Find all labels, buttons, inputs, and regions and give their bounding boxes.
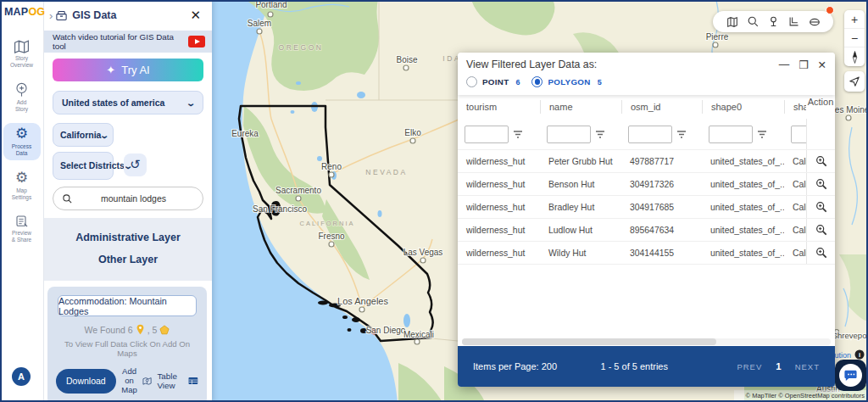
cell-name: Benson Hut (540, 180, 621, 189)
info-icon-glyph: i (859, 351, 860, 359)
cell-shape1: California (784, 248, 806, 258)
map-label-boise: Boise (396, 55, 417, 64)
zoom-to-feature-icon[interactable] (815, 154, 828, 168)
map-label-san-francisco: San Francisco (253, 204, 307, 214)
filter-input-name[interactable] (547, 126, 591, 143)
cell-shape0: united_states_of_... (702, 157, 784, 166)
maximize-icon[interactable]: ❒ (798, 59, 808, 71)
next-page-button[interactable]: NEXT (795, 362, 820, 371)
modal-window-controls: — ❒ ✕ (779, 59, 826, 71)
layer-search-input[interactable] (73, 193, 194, 204)
sidebar-label: Preview& Share (3, 230, 41, 244)
chevron-down-icon: ⌄ (100, 131, 110, 140)
try-ai-button[interactable]: ✦ Try AI (53, 59, 203, 81)
table-view-icon[interactable] (188, 375, 198, 387)
close-icon[interactable]: ✕ (818, 59, 826, 71)
cell-shape0: united_states_of_... (702, 180, 784, 189)
radio-point-label[interactable]: POINT (482, 77, 509, 87)
filter-icon[interactable] (757, 131, 767, 138)
tab-other-layer[interactable]: Other Layer (44, 248, 212, 271)
cell-tourism: wilderness_hut (458, 248, 540, 258)
sidebar-label: StoryOverview (3, 55, 41, 70)
tutorial-banner[interactable]: Watch video tutorial for GIS Data tool (44, 31, 212, 53)
state-dropdown[interactable]: California ⌄ (53, 123, 114, 147)
add-on-map-button[interactable]: Add onMap (121, 367, 138, 395)
filter-input-osm-id[interactable] (628, 126, 672, 143)
app-logo: MAPOG (0, 0, 43, 23)
attribution-link-partial[interactable]: ution (834, 351, 851, 360)
filter-input-shape1[interactable] (791, 126, 806, 143)
tab-administrative-layer[interactable]: Administrative Layer (44, 226, 212, 248)
table-row[interactable]: wilderness_hut Wildy Hut 304144155 unite… (458, 241, 835, 264)
modal-title: View Filtered Layer Data as: (466, 59, 826, 70)
logo-map-text: MAP (4, 6, 28, 18)
youtube-icon[interactable] (188, 36, 205, 47)
column-header-shape0[interactable]: shape0 (702, 100, 784, 114)
sidebar-item-process-data[interactable]: ⚙ ProcessData (3, 123, 41, 160)
cell-shape0: united_states_of_... (702, 248, 784, 258)
scrollbar-track[interactable] (462, 338, 831, 345)
panel-close-icon[interactable]: ✕ (187, 8, 203, 23)
locate-button[interactable] (844, 71, 865, 92)
filter-icon[interactable] (676, 131, 687, 138)
filter-input-shape0[interactable] (709, 126, 753, 143)
prev-page-button[interactable]: PREV (737, 362, 762, 371)
current-page[interactable]: 1 (776, 361, 781, 371)
search-icon[interactable] (747, 15, 760, 28)
compass-button[interactable] (844, 47, 865, 66)
column-header-name[interactable]: name (540, 100, 621, 114)
download-button[interactable]: Download (56, 369, 116, 394)
zoom-in-button[interactable]: + (844, 10, 865, 29)
gear-outline-icon: ⚙ (3, 170, 41, 186)
radio-polygon-label[interactable]: POLYGON (548, 77, 590, 87)
zoom-to-feature-icon[interactable] (815, 223, 828, 237)
filter-icon[interactable] (513, 131, 523, 138)
sidebar-item-preview-share[interactable]: Preview& Share (3, 211, 41, 247)
table-view-button[interactable]: Table View (157, 371, 183, 390)
zoom-to-feature-icon[interactable] (815, 246, 828, 260)
sidebar-item-story-overview[interactable]: StoryOverview (3, 36, 41, 72)
table-row[interactable]: wilderness_hut Bradley Hut 304917685 uni… (458, 195, 835, 218)
sidebar-item-add-story[interactable]: AddStory (3, 79, 41, 116)
add-on-map-icon[interactable] (142, 375, 152, 388)
location-marker-icon[interactable] (767, 15, 780, 28)
column-header-shape1[interactable]: shape1 (784, 100, 806, 114)
table-row[interactable]: wilderness_hut Benson Hut 304917326 unit… (458, 172, 835, 195)
map-label-las-vegas: Las Vegas (403, 248, 443, 257)
result-card: Accommodation: Mountain Lodges We Found … (47, 287, 207, 402)
district-dropdown[interactable]: Select Districts ⌄ (53, 152, 114, 180)
chat-widget-button[interactable] (835, 360, 866, 391)
panel-header: › GIS Data ✕ (44, 0, 212, 31)
zoom-out-button[interactable]: − (844, 29, 865, 47)
zoom-to-feature-icon[interactable] (815, 200, 828, 214)
map-toolbar (713, 11, 833, 32)
measure-icon[interactable] (787, 15, 800, 28)
country-dropdown[interactable]: United states of america ⌄ (53, 91, 203, 114)
basemap-style-icon[interactable] (726, 15, 739, 29)
cell-tourism: wilderness_hut (458, 180, 540, 189)
sidebar-item-map-settings[interactable]: ⚙ MapSettings (3, 167, 41, 204)
column-header-osm-id[interactable]: osm_id (621, 100, 702, 114)
cell-name: Bradley Hut (540, 203, 621, 212)
radio-point[interactable] (466, 76, 477, 87)
gold-polygon-icon (159, 325, 170, 335)
radio-polygon[interactable] (531, 76, 542, 87)
scrollbar-thumb[interactable] (462, 338, 716, 345)
cell-tourism: wilderness_hut (458, 226, 540, 235)
eraser-icon[interactable] (808, 15, 821, 29)
cell-osm-id: 304917326 (621, 180, 702, 189)
table-row[interactable]: wilderness_hut Ludlow Hut 895647634 unit… (458, 218, 835, 241)
minimize-icon[interactable]: — (779, 59, 790, 71)
cell-name: Ludlow Hut (540, 226, 621, 235)
user-avatar[interactable]: A (12, 367, 31, 386)
table-row[interactable]: wilderness_hut Peter Grubb Hut 497887717… (458, 149, 835, 172)
collapse-chevron-icon[interactable]: › (49, 9, 53, 22)
column-header-tourism[interactable]: tourism (458, 100, 540, 114)
filter-input-tourism[interactable] (465, 126, 509, 143)
tutorial-text: Watch video tutorial for GIS Data tool (53, 32, 188, 51)
filter-icon[interactable] (595, 131, 605, 138)
zoom-to-feature-icon[interactable] (815, 177, 828, 191)
sidebar-label: AddStory (3, 99, 41, 114)
map-attribution[interactable]: © MapTiler © OpenStreetMap contributors (746, 392, 865, 399)
cell-shape0: united_states_of_... (702, 226, 784, 235)
